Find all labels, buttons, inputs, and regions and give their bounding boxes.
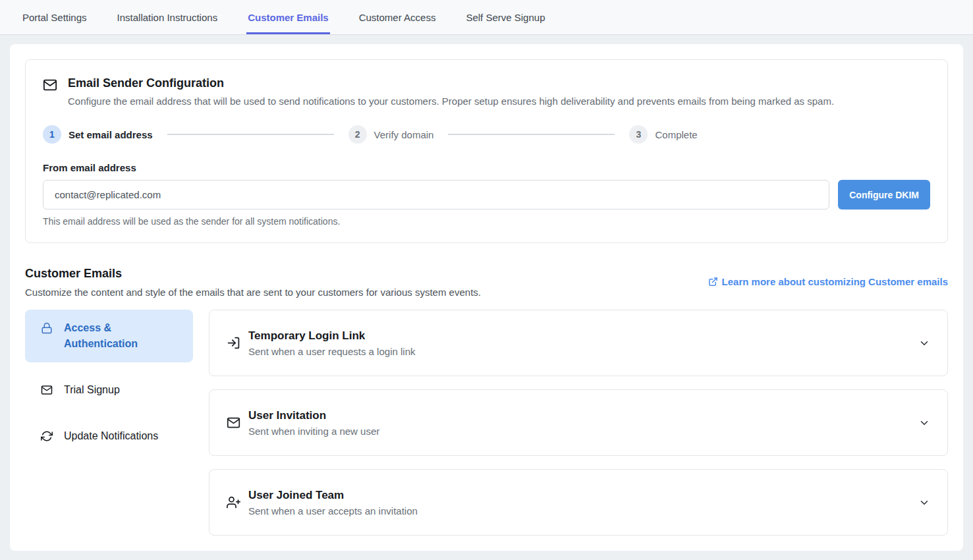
tab-customer-access[interactable]: Customer Access: [358, 0, 437, 34]
mail-icon: [41, 384, 53, 396]
sidebar-item-label: Update Notifications: [64, 428, 158, 444]
step-label: Set email address: [69, 129, 153, 140]
email-card-title: Temporary Login Link: [248, 329, 415, 343]
email-card-subtitle: Sent when a user accepts an invitation: [248, 505, 418, 517]
tab-self-serve-signup[interactable]: Self Serve Signup: [464, 0, 546, 34]
card-description: Configure the email address that will be…: [68, 95, 834, 108]
customer-emails-description: Customize the content and style of the e…: [25, 287, 481, 298]
step-set-email-address: 1 Set email address: [43, 125, 153, 144]
email-card-temporary-login-link[interactable]: Temporary Login Link Sent when a user re…: [209, 310, 948, 376]
email-categories-sidebar: Access & Authentication Trial Signup Upd…: [25, 310, 193, 536]
mail-icon: [43, 78, 57, 108]
lock-icon: [41, 322, 53, 334]
from-email-input[interactable]: [43, 180, 829, 210]
step-verify-domain: 2 Verify domain: [348, 125, 434, 144]
setup-stepper: 1 Set email address 2 Verify domain 3 Co…: [43, 125, 930, 144]
step-number-badge: 3: [629, 125, 648, 144]
sidebar-item-label: Access & Authentication: [64, 320, 180, 352]
step-number-badge: 1: [43, 125, 61, 144]
email-card-user-joined-team[interactable]: User Joined Team Sent when a user accept…: [209, 469, 948, 536]
sidebar-item-update-notifications[interactable]: Update Notifications: [25, 418, 193, 455]
user-plus-icon: [227, 495, 240, 509]
chevron-down-icon[interactable]: [918, 497, 930, 509]
email-sender-configuration-card: Email Sender Configuration Configure the…: [25, 59, 948, 243]
refresh-icon: [41, 430, 53, 442]
step-number-badge: 2: [348, 125, 367, 144]
step-connector: [167, 134, 334, 135]
customer-emails-heading: Customer Emails: [25, 267, 481, 281]
main-panel: Email Sender Configuration Configure the…: [10, 44, 963, 551]
email-card-title: User Joined Team: [248, 489, 418, 502]
email-helper-text: This email address will be used as the s…: [43, 216, 930, 227]
configure-dkim-button[interactable]: Configure DKIM: [838, 180, 930, 210]
email-card-subtitle: Sent when a user requests a login link: [248, 346, 415, 357]
sidebar-item-label: Trial Signup: [64, 382, 120, 398]
mail-icon: [227, 416, 240, 430]
card-title: Email Sender Configuration: [68, 76, 834, 90]
from-email-label: From email address: [43, 162, 930, 173]
tab-portal-settings[interactable]: Portal Settings: [21, 0, 88, 34]
sidebar-item-trial-signup[interactable]: Trial Signup: [25, 372, 193, 408]
step-complete: 3 Complete: [629, 125, 697, 144]
step-connector: [448, 134, 615, 135]
email-card-title: User Invitation: [248, 409, 379, 422]
learn-more-link[interactable]: Learn more about customizing Customer em…: [708, 276, 948, 287]
tab-bar: Portal Settings Installation Instruction…: [0, 0, 973, 35]
sidebar-item-access-authentication[interactable]: Access & Authentication: [25, 310, 193, 362]
tab-installation-instructions[interactable]: Installation Instructions: [116, 0, 219, 34]
step-label: Complete: [655, 129, 697, 140]
email-card-user-invitation[interactable]: User Invitation Sent when inviting a new…: [209, 389, 948, 456]
step-label: Verify domain: [374, 129, 434, 140]
external-link-icon: [708, 277, 718, 287]
learn-more-label: Learn more about customizing Customer em…: [722, 276, 948, 287]
login-icon: [227, 336, 240, 350]
tab-customer-emails[interactable]: Customer Emails: [246, 0, 330, 34]
email-card-subtitle: Sent when inviting a new user: [248, 426, 379, 437]
chevron-down-icon[interactable]: [918, 337, 930, 349]
chevron-down-icon[interactable]: [918, 417, 930, 429]
